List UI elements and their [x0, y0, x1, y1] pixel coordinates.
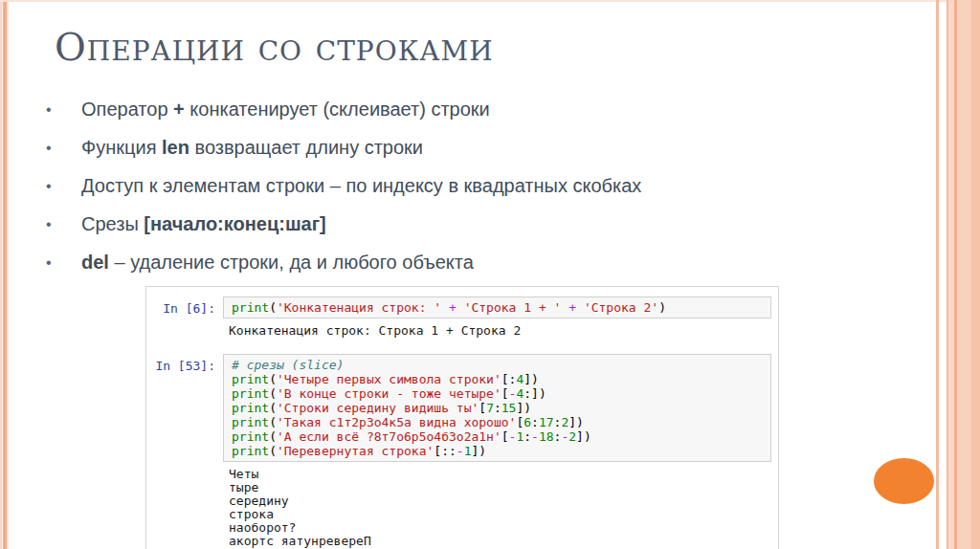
bullet-text-segment: [начало:конец:шаг] — [144, 213, 325, 234]
code-token: print — [232, 429, 269, 444]
notebook-cell: In [6]:print('Конкатенация строк: ' + 'С… — [146, 296, 778, 318]
bullet-text: Срезы [начало:конец:шаг] — [81, 213, 326, 234]
list-item: •del – удаление строки, да и любого объе… — [46, 253, 812, 272]
code-token: 'А если всё ?8т7о6р5о4б3о2а1н' — [277, 429, 501, 444]
cell-output: Конкатенация строк: Строка 1 + Строка 2 — [229, 324, 778, 338]
bullet-dot-icon: • — [46, 253, 52, 273]
code-token: # срезы (slice) — [232, 358, 344, 372]
code-token: ]) — [516, 401, 531, 415]
top-border-line — [0, 0, 980, 2]
bullet-text-segment: Оператор — [81, 99, 173, 120]
code-token: ( — [269, 415, 277, 429]
list-item: •Оператор + конкатенирует (склеивает) ст… — [46, 99, 812, 119]
page-title: Операции со строками — [55, 25, 494, 69]
code-token: ( — [269, 372, 277, 386]
code-token: print — [232, 372, 269, 386]
code-token: 'Строка 2' — [584, 300, 658, 315]
code-token: ( — [269, 429, 277, 444]
bullet-dot-icon: • — [46, 139, 52, 158]
code-token: ( — [269, 401, 277, 415]
code-token: - — [531, 429, 539, 444]
bullet-text: Функция len возвращает длину строки — [81, 137, 423, 158]
code-token: ]) — [523, 372, 539, 386]
code-token: print — [232, 415, 269, 429]
code-token: 2 — [568, 429, 576, 444]
code-token: print — [232, 444, 269, 458]
cell-prompt: In [53]: — [146, 354, 223, 373]
bullet-dot-icon: • — [46, 177, 52, 196]
bullet-list: •Оператор + конкатенирует (склеивает) ст… — [46, 99, 812, 291]
slide: Операции со строками •Оператор + конкате… — [0, 0, 980, 549]
list-item: •Функция len возвращает длину строки — [46, 138, 812, 157]
code-token: 18 — [539, 429, 554, 444]
code-token: ]) — [471, 444, 486, 458]
code-line: # срезы (slice) — [232, 358, 763, 372]
code-token: ( — [269, 444, 277, 458]
code-token: [ — [479, 401, 486, 415]
code-token: [ — [501, 386, 509, 401]
code-line: print('Четыре первых символа строки'[:4]… — [232, 372, 763, 386]
code-token: print — [232, 386, 269, 401]
notebook-cell: In [53]:# срезы (slice)print('Четыре пер… — [146, 354, 778, 462]
code-token: 'В конце строки - тоже четыре' — [277, 386, 501, 401]
code-token: 17 — [539, 415, 554, 429]
code-token: print — [232, 300, 269, 315]
bullet-dot-icon: • — [46, 100, 52, 120]
notebook-screenshot: In [6]:print('Конкатенация строк: ' + 'С… — [145, 286, 779, 549]
bullet-text: Доступ к элементам строки – по индексу в… — [81, 175, 641, 196]
bullet-dot-icon: • — [46, 215, 52, 234]
code-token: print — [232, 401, 269, 415]
code-token: : — [531, 415, 539, 429]
code-token: ]) — [576, 429, 591, 444]
code-token: 'Строка 1 + ' — [464, 300, 562, 315]
code-line: print('А если всё ?8т7о6р5о4б3о2а1н'[-1:… — [232, 429, 763, 444]
code-line: print('Такая с1т2р3о4к5а видна хорошо'[6… — [232, 415, 763, 429]
list-item: •Срезы [начало:конец:шаг] — [46, 214, 812, 233]
code-token: ) — [658, 300, 666, 315]
code-token: 7 — [486, 401, 494, 415]
right-border-band — [947, 0, 980, 549]
left-border-stripe — [0, 0, 9, 549]
decor-ellipse — [874, 458, 934, 504]
right-border-line — [936, 0, 939, 549]
code-line: print('Строки середину видишь ты'[7:15]) — [232, 401, 763, 415]
bullet-text-segment: del — [81, 252, 109, 273]
code-token: ( — [269, 386, 277, 401]
bullet-text-segment: Функция — [81, 137, 162, 158]
bullet-text-segment: Доступ к элементам строки – по индексу в… — [81, 175, 641, 196]
code-token: 15 — [501, 401, 517, 415]
code-line: print('В конце строки - тоже четыре'[-4:… — [232, 386, 763, 401]
code-token: 'Четыре первых символа строки' — [277, 372, 501, 386]
code-line: print('Перевернутая строка'[::-1]) — [232, 444, 763, 458]
bullet-text-segment: конкатенирует (склеивает) строки — [185, 99, 490, 120]
cell-prompt: In [6]: — [146, 296, 223, 316]
code-token: [ — [501, 429, 509, 444]
code-token: ( — [269, 300, 277, 315]
bullet-text: del – удаление строки, да и любого объек… — [81, 252, 474, 273]
code-token: 'Конкатенация строк: ' — [277, 300, 441, 315]
list-item: •Доступ к элементам строки – по индексу … — [46, 176, 812, 195]
code-token: ]) — [568, 415, 584, 429]
code-line: print('Конкатенация строк: ' + 'Строка 1… — [232, 300, 763, 315]
bullet-text-segment: возвращает длину строки — [189, 137, 423, 158]
bullet-text-segment: len — [162, 137, 189, 158]
code-token: 'Перевернутая строка' — [277, 444, 434, 458]
bullet-text-segment: – удаление строки, да и любого объекта — [109, 252, 474, 273]
cell-output: Четы тыре середину строка наоборот? акор… — [229, 468, 778, 548]
bullet-text-segment: + — [173, 99, 185, 120]
code-token: 6 — [523, 415, 531, 429]
code-token: 'Такая с1т2р3о4к5а видна хорошо' — [277, 415, 516, 429]
code-token: + — [561, 300, 583, 315]
code-token: [: — [501, 372, 517, 386]
cell-input-area: print('Конкатенация строк: ' + 'Строка 1… — [223, 296, 771, 318]
code-token: :]) — [523, 386, 546, 401]
code-token: [:: — [434, 444, 456, 458]
cell-input-area: # срезы (slice)print('Четыре первых симв… — [223, 354, 771, 462]
code-token: : — [523, 429, 531, 444]
bullet-text-segment: Срезы — [81, 213, 144, 234]
code-token: + — [441, 300, 463, 315]
code-token: 'Строки середину видишь ты' — [277, 401, 479, 415]
code-token: - — [457, 444, 464, 458]
code-token: : — [494, 401, 501, 415]
bullet-text: Оператор + конкатенирует (склеивает) стр… — [81, 99, 490, 120]
